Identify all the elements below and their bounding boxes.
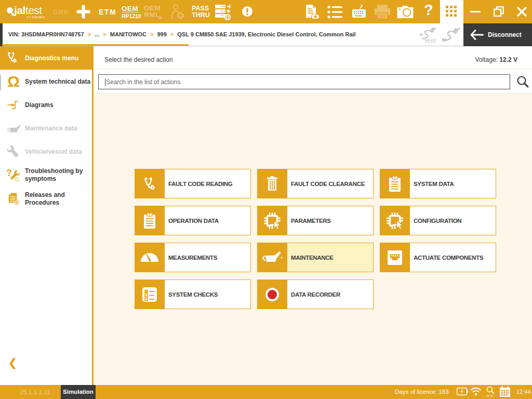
svg-text:TEST: TEST	[424, 38, 437, 44]
svg-text:75 %: 75 %	[486, 394, 493, 397]
